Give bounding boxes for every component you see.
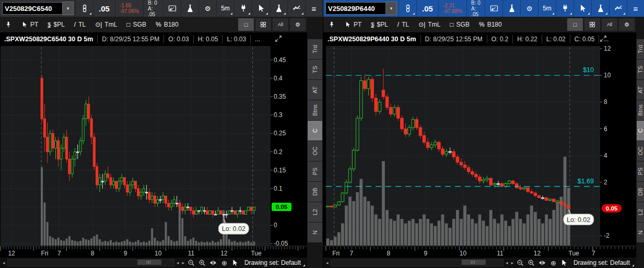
step-right-icon[interactable]: ▸ — [510, 260, 514, 265]
cursor-tool-icon[interactable] — [573, 0, 591, 17]
symbol-input[interactable] — [325, 2, 386, 15]
link-chart-icon[interactable] — [75, 0, 93, 17]
resize-icon[interactable] — [275, 35, 282, 44]
drawing-set-label[interactable]: Drawing set: Default — [573, 259, 635, 266]
tab-ps[interactable]: PS — [308, 161, 322, 181]
sgb-tool-button[interactable]: □SGB — [445, 17, 474, 32]
tab-oc[interactable]: OC — [637, 141, 644, 161]
scroll-left-icon[interactable]: ◂ — [2, 260, 6, 265]
pin-icon[interactable] — [0, 17, 17, 32]
pin-icon[interactable] — [323, 17, 340, 32]
tab-btns[interactable]: Btns — [637, 100, 644, 120]
tab-db[interactable]: DB — [308, 182, 322, 202]
tab-btns[interactable]: Btns — [308, 100, 322, 120]
step-left-icon[interactable]: ◂ — [175, 260, 180, 265]
fit-width-icon[interactable] — [208, 258, 218, 267]
timeframe-button[interactable]: 5m — [538, 0, 556, 17]
connect-plug-icon[interactable] — [234, 0, 252, 17]
zoom-in-icon[interactable] — [197, 258, 207, 267]
tab-l2[interactable]: L2 — [637, 202, 644, 222]
tab-n[interactable]: N — [308, 223, 322, 242]
b180-tool-button[interactable]: %B180 — [474, 17, 507, 32]
crosshair-icon[interactable]: ⊕ — [548, 258, 558, 267]
panel-menu-icon[interactable]: ≡ — [627, 0, 644, 17]
chart-panel-icon[interactable] — [485, 0, 502, 17]
tab-ps[interactable]: PS — [637, 161, 644, 181]
chart-scrollbar[interactable] — [331, 259, 504, 266]
trendline-tool-button[interactable]: /TL — [69, 17, 90, 32]
strategy-flask-icon[interactable] — [270, 0, 287, 17]
pointer-mode-icon[interactable] — [230, 258, 240, 267]
candlestick-chart-call[interactable]: 12Fri789101112Tue0.450.40.350.30.250.20.… — [0, 46, 307, 258]
symbol-input[interactable] — [2, 2, 63, 15]
zoom-out-icon[interactable] — [186, 258, 196, 267]
tab-n[interactable]: N — [637, 223, 644, 242]
chart-scrollbar[interactable] — [7, 259, 174, 266]
settings-gear-icon[interactable]: ⚙ — [198, 0, 216, 17]
tab-c[interactable]: C — [637, 121, 644, 141]
tml-tool-button[interactable]: ⊙|TmL — [90, 17, 122, 32]
strategy-flask-icon[interactable] — [591, 0, 609, 17]
crosshair-icon[interactable]: ⊕ — [219, 258, 229, 267]
symbol-dropdown-button[interactable]: ▾ — [386, 2, 397, 15]
tab-trd[interactable]: Trd — [308, 39, 322, 59]
pointer-tool-button[interactable]: PT — [340, 17, 366, 32]
tab-ts[interactable]: TS — [308, 60, 322, 79]
drawing-set-label[interactable]: Drawing set: Default — [244, 259, 306, 266]
tab-db[interactable]: DB — [637, 182, 644, 202]
chart-bottom-bar-call: ◂ ◂ ▸ ⊕ Drawing set: Default — [0, 258, 307, 268]
dollar-icon: $ — [48, 22, 51, 28]
spl-tool-button[interactable]: $$PL — [366, 17, 392, 32]
trendline-tool-button[interactable]: /TL — [393, 17, 414, 32]
panel-menu-icon[interactable]: ≡ — [305, 0, 323, 17]
tab-at[interactable]: AT — [308, 80, 322, 100]
chart-panel-icon[interactable] — [163, 0, 181, 17]
candlestick-chart-put[interactable]: $10$1.69Fri789101112Tue712108642-20.05Lo… — [323, 46, 636, 258]
scroll-left-icon[interactable]: ◂ — [325, 260, 330, 265]
scrollbar-thumb[interactable] — [462, 260, 486, 265]
tab-ts[interactable]: TS — [637, 60, 644, 79]
layout-grid-button[interactable] — [255, 18, 271, 31]
pattern-flask-icon[interactable] — [181, 0, 198, 17]
dollar-icon: $ — [371, 22, 374, 28]
toolbar-gear-icon[interactable]: ⚙ — [290, 18, 306, 31]
tml-tool-button[interactable]: ⊙|TmL — [414, 17, 445, 32]
scrollbar-thumb[interactable] — [137, 260, 161, 265]
symbol-dropdown-button[interactable]: ▾ — [63, 2, 74, 15]
all-button[interactable]: All — [273, 18, 288, 31]
layout-single-button[interactable]: □ — [238, 18, 254, 31]
fit-width-icon[interactable] — [537, 258, 547, 267]
cursor-tool-icon[interactable] — [252, 0, 270, 17]
last-price-badge: 0.05 — [272, 203, 291, 211]
tab-oc[interactable]: OC — [308, 141, 322, 161]
link-chart-icon[interactable] — [399, 0, 416, 17]
tab-c[interactable]: C — [308, 121, 322, 141]
resize-icon[interactable] — [600, 35, 607, 44]
settings-gear-icon[interactable]: ⚙ — [520, 0, 538, 17]
zoom-in-icon[interactable] — [526, 258, 536, 267]
timeframe-button[interactable]: 5m — [216, 0, 234, 17]
zoom-out-icon[interactable] — [516, 258, 525, 267]
svg-text:Tue: Tue — [569, 250, 580, 257]
pointer-tool-button[interactable]: PT — [17, 17, 43, 32]
all-button[interactable]: All — [602, 18, 617, 31]
studies-icon[interactable] — [287, 0, 305, 17]
last-price: .05 — [93, 0, 115, 17]
svg-text:0.4: 0.4 — [274, 75, 283, 82]
spl-tool-button[interactable]: $$PL — [43, 17, 69, 32]
tab-at[interactable]: AT — [637, 80, 644, 100]
connect-plug-icon[interactable] — [556, 0, 573, 17]
sgb-tool-button[interactable]: □SGB — [122, 17, 151, 32]
b180-tool-button[interactable]: %B180 — [151, 17, 183, 32]
layout-single-button[interactable]: □ — [567, 18, 583, 31]
tab-l2[interactable]: L2 — [308, 202, 322, 222]
pattern-flask-icon[interactable] — [502, 0, 520, 17]
toolbar-gear-icon[interactable]: ⚙ — [619, 18, 635, 31]
ohlc-more-cell[interactable]: ... — [250, 35, 264, 43]
layout-grid-button[interactable] — [584, 18, 600, 31]
step-right-icon[interactable]: ▸ — [181, 260, 185, 265]
step-left-icon[interactable]: ◂ — [505, 260, 509, 265]
pointer-mode-icon[interactable] — [559, 258, 569, 267]
tab-trd[interactable]: Trd — [637, 39, 644, 59]
studies-icon[interactable] — [609, 0, 627, 17]
